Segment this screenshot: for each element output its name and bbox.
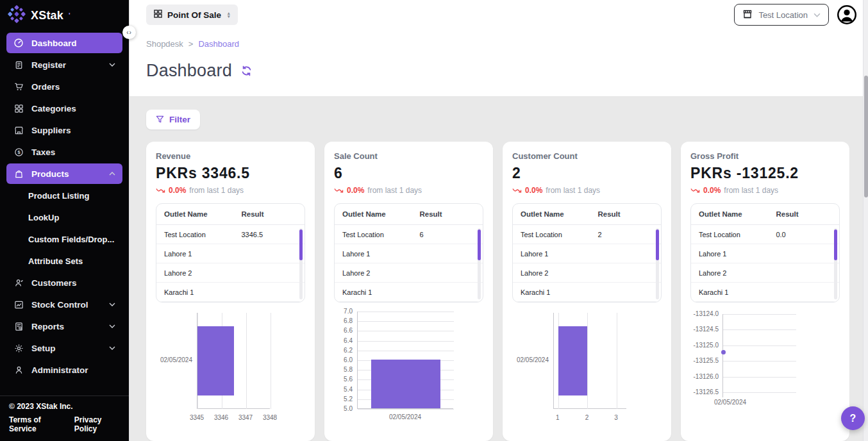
- sidebar-item-label: Suppliers: [31, 126, 71, 135]
- trend-row: 0.0% from last 1 days: [334, 186, 483, 195]
- grid-line: [617, 313, 617, 409]
- user-avatar[interactable]: [837, 5, 856, 24]
- storefront-icon: [742, 9, 753, 21]
- sidebar-item-product-listing[interactable]: Product Listing: [6, 185, 122, 206]
- column-header: Outlet Name: [521, 210, 597, 218]
- table-scrollbar[interactable]: [834, 228, 837, 299]
- y-tick-label: 5.0: [334, 405, 353, 412]
- sidebar-item-custom-fields[interactable]: Custom Fields/Drop...: [6, 229, 122, 249]
- y-tick-label: -13124.5: [690, 326, 719, 333]
- trend-row: 0.0% from last 1 days: [156, 186, 305, 195]
- sidebar-collapse-toggle[interactable]: ‹›: [122, 26, 136, 39]
- page-title: Dashboard: [146, 61, 232, 81]
- trend-down-icon: [512, 187, 522, 194]
- location-select[interactable]: Test Location: [734, 4, 829, 26]
- sidebar-item-suppliers[interactable]: Suppliers: [6, 120, 122, 140]
- y-category-label: 02/05/2024: [156, 356, 192, 363]
- grid-line: [358, 351, 454, 351]
- y-tick-label: 5.6: [334, 376, 353, 383]
- breadcrumb-root[interactable]: Shopdesk: [146, 39, 183, 49]
- sidebar-item-setup[interactable]: Setup: [6, 338, 122, 358]
- table-scrollbar[interactable]: [299, 228, 303, 299]
- sidebar-item-administrator[interactable]: Administrator: [6, 360, 122, 380]
- sidebar-item-label: Product Listing: [28, 191, 89, 201]
- cart-icon: [13, 81, 24, 92]
- scrollbar-thumb[interactable]: [864, 76, 868, 197]
- sale-count-card: Sale Count 6 0.0% from last 1 days Outle…: [324, 142, 493, 441]
- avatar-person-icon: [837, 5, 856, 24]
- x-category-label: 02/05/2024: [357, 413, 453, 420]
- y-tick-label: 5.2: [334, 395, 353, 403]
- sidebar-item-label: Setup: [31, 344, 56, 353]
- column-header: Outlet Name: [164, 210, 241, 218]
- sidebar-item-attribute-sets[interactable]: Attribute Sets: [6, 251, 122, 271]
- sidebar-item-customers[interactable]: Customers: [6, 272, 122, 293]
- module-label: Point Of Sale: [167, 10, 221, 20]
- logo[interactable]: XStak': [0, 0, 129, 28]
- help-button[interactable]: ?: [841, 406, 865, 430]
- sidebar-item-reports[interactable]: Reports: [6, 316, 122, 337]
- column-header: Result: [597, 210, 661, 218]
- y-tick-label: -13124.0: [690, 310, 719, 317]
- terms-of-service-link[interactable]: Terms of Service: [9, 415, 63, 433]
- sidebar-item-label: Taxes: [31, 147, 55, 157]
- table-scrollbar[interactable]: [656, 228, 659, 299]
- sidebar-item-stock-control[interactable]: Stock Control: [6, 294, 122, 315]
- plot-area: [357, 312, 453, 409]
- column-header: Outlet Name: [699, 210, 776, 218]
- outlet-results-table: Outlet NameResult Test Location0.0 Lahor…: [690, 203, 840, 303]
- scrollbar-thumb[interactable]: [299, 229, 303, 260]
- page-scrollbar[interactable]: [863, 0, 868, 441]
- sidebar-item-taxes[interactable]: $ Taxes: [6, 142, 122, 162]
- table-row: Lahore 2: [335, 263, 483, 283]
- chevron-down-icon: [109, 324, 115, 328]
- y-category-label: 02/05/2024: [512, 356, 549, 363]
- sidebar-item-label: Reports: [31, 322, 64, 331]
- table-scrollbar[interactable]: [478, 228, 481, 299]
- table-row: Karachi 1: [156, 283, 305, 302]
- module-switcher-button[interactable]: Point Of Sale ▴▾: [146, 4, 238, 25]
- y-tick-label: -13126.5: [690, 388, 719, 395]
- module-grid-icon: [154, 10, 162, 20]
- x-tick-label: 3346: [208, 414, 234, 421]
- card-title: Sale Count: [334, 151, 483, 161]
- gross-profit-chart: -13124.0-13124.5-13125.0-13125.5-13126.0…: [690, 309, 840, 435]
- customer-count-card: Customer Count 2 0.0% from last 1 days O…: [503, 142, 671, 441]
- card-value: 6: [334, 165, 483, 182]
- funnel-icon: [156, 115, 164, 124]
- privacy-policy-link[interactable]: Privacy Policy: [74, 415, 120, 433]
- table-row: Lahore 2: [513, 263, 661, 283]
- sidebar-item-categories[interactable]: Categories: [6, 98, 122, 119]
- sidebar-item-register[interactable]: Register: [6, 54, 122, 75]
- page-header: Point Of Sale ▴▾ Test Location Shopdesk …: [129, 0, 868, 96]
- sidebar-item-label: Attribute Sets: [28, 256, 83, 266]
- grid-icon: [13, 103, 24, 113]
- sidebar-item-lookup[interactable]: LookUp: [6, 207, 122, 228]
- sidebar-item-orders[interactable]: Orders: [6, 76, 122, 97]
- table-row: Lahore 1: [513, 244, 661, 263]
- metric-cards-row: Revenue PKRs 3346.5 0.0% from last 1 day…: [146, 142, 868, 441]
- chart-bar: [197, 326, 234, 395]
- sidebar-item-label: Dashboard: [31, 38, 77, 48]
- outlet-results-table: Outlet NameResult Test Location2 Lahore …: [512, 203, 662, 303]
- y-tick-label: 7.0: [334, 308, 353, 315]
- sidebar-item-products[interactable]: Products: [6, 163, 122, 184]
- filter-button[interactable]: Filter: [146, 110, 200, 129]
- sidebar-item-label: Register: [31, 60, 66, 70]
- sidebar-item-label: Products: [31, 169, 69, 179]
- grid-line: [723, 392, 796, 393]
- scrollbar-thumb[interactable]: [478, 229, 481, 260]
- y-tick-label: -13126.0: [690, 373, 719, 380]
- sidebar-item-dashboard[interactable]: Dashboard: [6, 33, 122, 53]
- table-row: Karachi 1: [335, 283, 483, 302]
- sidebar-item-label: Customers: [31, 278, 77, 288]
- scrollbar-thumb[interactable]: [834, 229, 837, 260]
- chart-line-icon: [13, 299, 24, 310]
- refresh-icon[interactable]: [241, 65, 252, 76]
- breadcrumb-current: Dashboard: [198, 39, 239, 49]
- table-row: Karachi 1: [691, 283, 839, 302]
- scrollbar-thumb[interactable]: [656, 229, 659, 260]
- location-label: Test Location: [758, 10, 808, 20]
- revenue-card: Revenue PKRs 3346.5 0.0% from last 1 day…: [146, 142, 315, 441]
- admin-person-icon: [13, 365, 24, 375]
